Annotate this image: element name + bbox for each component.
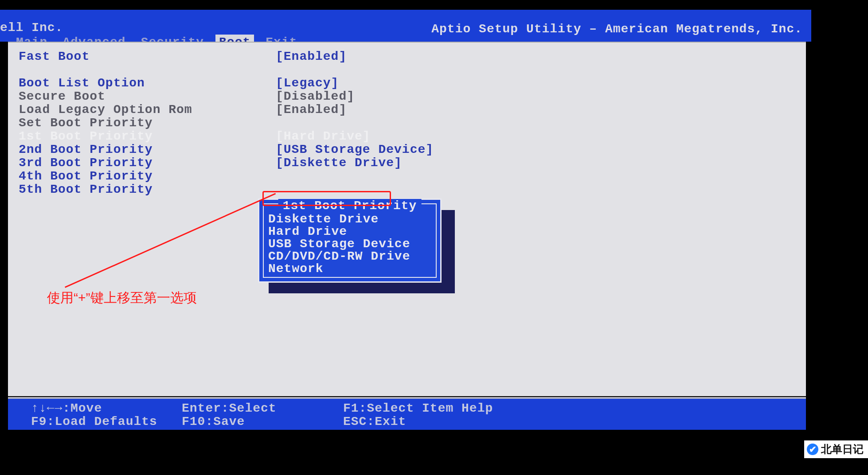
popup-item-network[interactable]: Network [268,262,410,274]
boot-priority-popup: 1st Boot Priority Diskette Drive Hard Dr… [258,199,442,283]
annotation-highlight-box [262,191,391,206]
popup-item-hard-drive[interactable]: Hard Drive [268,225,410,237]
popup-item-usb-storage[interactable]: USB Storage Device [268,237,410,249]
hint-move: ↑↓←→:Move [31,401,102,415]
watermark: ✔ 北单日记 [804,440,868,458]
popup-item-cd-dvd[interactable]: CD/DVD/CD-RW Drive [268,249,410,262]
row-fast-boot[interactable]: Fast Boot [Enabled] [19,50,551,63]
hint-esc: ESC:Exit [343,415,406,428]
label-2nd-boot: 2nd Boot Priority [19,143,276,156]
value-fast-boot: [Enabled] [276,50,347,63]
bios-screen: ell Inc. Aptio Setup Utility – American … [0,0,868,475]
footer-bar: ↑↓←→:Move F9:Load Defaults Enter:Select … [8,399,806,430]
label-secure-boot: Secure Boot [19,90,276,103]
popup-item-diskette[interactable]: Diskette Drive [268,212,410,225]
value-2nd-boot: [USB Storage Device] [276,143,434,156]
hint-f10: F10:Save [182,415,245,428]
row-set-boot-priority[interactable]: Set Boot Priority [19,116,551,129]
label-1st-boot: 1st Boot Priority [19,129,276,143]
vendor-label: ell Inc. [0,21,63,35]
label-boot-list-option: Boot List Option [19,76,276,90]
value-secure-boot: [Disabled] [276,90,355,103]
value-1st-boot: [Hard Drive] [276,129,371,143]
row-load-legacy-option-rom[interactable]: Load Legacy Option Rom [Enabled] [19,103,551,116]
annotation-text: 使用“+”键上移至第一选项 [47,289,197,307]
utility-title: Aptio Setup Utility – American Megatrend… [431,22,802,36]
watermark-text: 北单日记 [821,442,864,456]
value-load-legacy: [Enabled] [276,103,347,117]
row-4th-boot[interactable]: 4th Boot Priority [19,169,551,183]
row-3rd-boot[interactable]: 3rd Boot Priority [Diskette Drive] [19,156,551,169]
row-2nd-boot[interactable]: 2nd Boot Priority [USB Storage Device] [19,143,551,156]
label-3rd-boot: 3rd Boot Priority [19,156,276,170]
value-3rd-boot: [Diskette Drive] [276,156,402,170]
label-fast-boot: Fast Boot [19,50,276,63]
main-panel: Fast Boot [Enabled] Boot List Option [Le… [8,42,806,396]
popup-items: Diskette Drive Hard Drive USB Storage De… [268,212,410,274]
hint-f1: F1:Select Item Help [343,401,493,415]
row-secure-boot[interactable]: Secure Boot [Disabled] [19,90,551,103]
hint-f9: F9:Load Defaults [31,415,157,428]
hint-enter: Enter:Select [182,401,277,415]
label-4th-boot: 4th Boot Priority [19,169,276,183]
value-boot-list-option: [Legacy] [276,76,339,90]
header-bar: ell Inc. Aptio Setup Utility – American … [0,10,811,42]
row-boot-list-option[interactable]: Boot List Option [Legacy] [19,76,551,90]
label-5th-boot: 5th Boot Priority [19,183,276,196]
settings-list: Fast Boot [Enabled] Boot List Option [Le… [19,50,551,196]
label-load-legacy: Load Legacy Option Rom [19,103,276,117]
watermark-icon: ✔ [807,444,818,455]
label-set-boot-priority: Set Boot Priority [19,116,276,130]
row-1st-boot[interactable]: 1st Boot Priority [Hard Drive] [19,129,551,143]
